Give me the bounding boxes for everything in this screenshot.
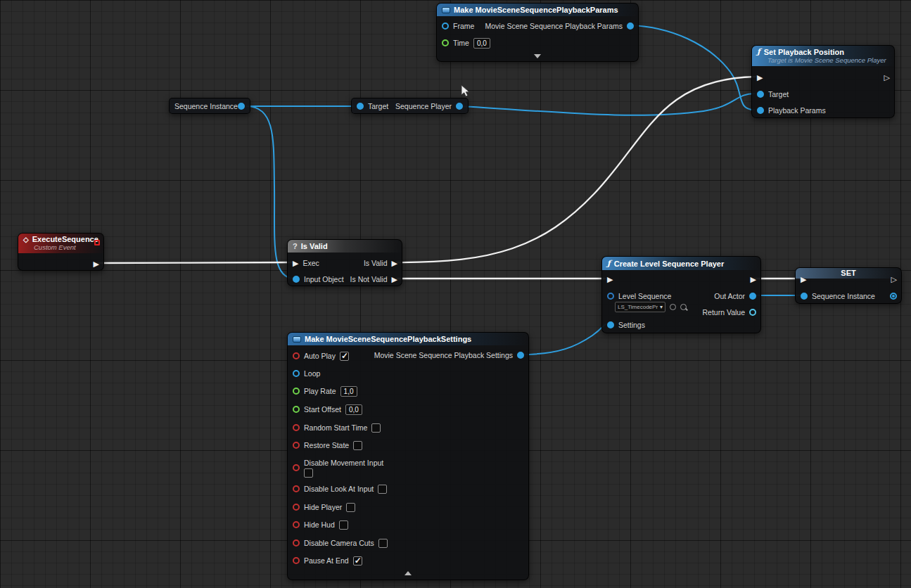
wire-exec-event-to-is-valid[interactable]: [97, 262, 293, 263]
pin-row: Movie Scene Sequence Playback Settings: [374, 350, 524, 361]
asset-dropdown[interactable]: LS_TimecodePr: [615, 302, 665, 312]
node-create-level-sequence-player[interactable]: Create Level Sequence Player Level Seque…: [601, 256, 761, 333]
wire-data-params-to-playback-params[interactable]: [630, 25, 754, 110]
pin-label: Sequence Player: [395, 102, 452, 110]
auto-play-checkbox[interactable]: [340, 352, 349, 361]
wire-data-sequence-player-to-target[interactable]: [459, 94, 754, 115]
exec-in-pin[interactable]: [801, 276, 806, 283]
pin-row: Movie Scene Sequence Playback Params: [485, 20, 634, 32]
node-set-playback-position[interactable]: Set Playback Position Target is Movie Sc…: [751, 45, 895, 118]
node-header[interactable]: Set Playback Position Target is Movie Sc…: [752, 46, 894, 66]
play-rate-input[interactable]: 1,0: [340, 386, 357, 397]
delegate-pin[interactable]: [94, 240, 100, 245]
hide-player-pin[interactable]: [293, 504, 300, 511]
is-not-valid-exec-pin[interactable]: [392, 276, 397, 283]
pin-row: Random Start Time: [293, 422, 381, 433]
level-sequence-pin[interactable]: [607, 293, 614, 300]
node-header[interactable]: Make MovieSceneSequencePlaybackSettings: [288, 333, 528, 345]
hide-hud-checkbox[interactable]: [339, 520, 348, 530]
sequence-instance-output-pin[interactable]: [238, 103, 245, 110]
pin-label: Hide Hud: [304, 520, 335, 529]
loop-pin[interactable]: [293, 370, 300, 377]
node-get-sequence-player[interactable]: Target Sequence Player: [351, 98, 469, 114]
auto-play-pin[interactable]: [293, 352, 300, 359]
disable-camera-cuts-checkbox[interactable]: [378, 539, 388, 548]
disable-look-at-input-checkbox[interactable]: [378, 485, 387, 494]
node-is-valid[interactable]: ? Is Valid Exec Is Valid Input Object Is…: [287, 239, 402, 286]
return-value-pin[interactable]: [749, 309, 756, 316]
exec-out-pin[interactable]: [94, 260, 99, 268]
exec-out-pin[interactable]: [751, 276, 756, 283]
pin-row: Playback Params: [757, 105, 826, 116]
node-title: ExecuteSequence: [32, 235, 98, 243]
node-make-playback-params[interactable]: Make MovieSceneSequencePlaybackParams Fr…: [436, 3, 639, 62]
pause-at-end-pin[interactable]: [293, 557, 300, 564]
collapse-chevron-icon[interactable]: [534, 54, 541, 58]
play-rate-pin[interactable]: [293, 388, 300, 395]
node-execute-sequence[interactable]: ExecuteSequence Custom Event: [18, 233, 104, 271]
params-output-pin[interactable]: [627, 23, 634, 30]
sequence-instance-pin[interactable]: [801, 293, 808, 300]
pin-row: Exec: [293, 257, 319, 269]
node-header[interactable]: Make MovieSceneSequencePlaybackParams: [437, 4, 638, 16]
hide-hud-pin[interactable]: [293, 521, 300, 528]
wire-data-settings-to-settings[interactable]: [521, 324, 606, 354]
collapse-chevron-icon[interactable]: [404, 571, 412, 575]
pin-label: Sequence Instance: [812, 292, 875, 300]
pin-label: Out Actor: [714, 292, 745, 300]
asset-picker-row: LS_TimecodePr: [615, 301, 687, 312]
node-header[interactable]: ? Is Valid: [288, 240, 402, 253]
start-offset-input[interactable]: 0,0: [345, 404, 362, 415]
browse-icon[interactable]: [680, 304, 687, 310]
time-pin[interactable]: [442, 39, 449, 46]
node-header[interactable]: Create Level Sequence Player: [602, 257, 760, 270]
node-title: Set Playback Position: [764, 48, 844, 56]
node-header[interactable]: ExecuteSequence Custom Event: [18, 234, 103, 253]
use-selected-icon[interactable]: [670, 304, 676, 310]
output-value-pin[interactable]: [890, 293, 897, 300]
node-get-sequence-instance[interactable]: Sequence Instance: [169, 98, 250, 114]
disable-look-at-input-pin[interactable]: [293, 485, 300, 492]
random-start-time-pin[interactable]: [293, 424, 300, 431]
exec-out-pin[interactable]: [891, 276, 897, 283]
disable-movement-input-pin[interactable]: [293, 464, 300, 471]
settings-output-pin[interactable]: [517, 352, 524, 359]
restore-state-checkbox[interactable]: [353, 441, 362, 450]
exec-in-pin[interactable]: [607, 276, 613, 283]
pin-row: Target: [757, 89, 789, 100]
start-offset-pin[interactable]: [293, 406, 300, 413]
node-set-sequence-instance[interactable]: SET Sequence Instance: [795, 267, 902, 304]
hide-player-checkbox[interactable]: [346, 503, 355, 512]
make-struct-icon: [293, 336, 301, 343]
target-pin[interactable]: [757, 91, 764, 98]
disable-camera-cuts-pin[interactable]: [293, 539, 300, 547]
input-object-pin[interactable]: [293, 276, 300, 283]
settings-pin[interactable]: [607, 321, 614, 328]
pin-label: Target: [368, 102, 388, 110]
node-header[interactable]: SET: [796, 268, 901, 279]
pause-at-end-checkbox[interactable]: [353, 556, 362, 565]
random-start-time-checkbox[interactable]: [371, 423, 381, 433]
target-pin[interactable]: [357, 103, 364, 110]
pin-label: Frame: [453, 22, 474, 30]
frame-pin[interactable]: [442, 23, 449, 30]
exec-in-pin[interactable]: [293, 260, 298, 267]
node-make-playback-settings[interactable]: Make MovieSceneSequencePlaybackSettings …: [287, 332, 529, 580]
pin-label: Loop: [304, 369, 320, 378]
asset-name: LS_TimecodePr: [618, 304, 658, 310]
exec-in-pin[interactable]: [757, 74, 763, 82]
restore-state-pin[interactable]: [293, 442, 300, 449]
is-valid-exec-pin[interactable]: [392, 260, 397, 267]
out-actor-pin[interactable]: [749, 293, 756, 300]
pin-label: Exec: [302, 259, 319, 267]
pin-row: Auto Play: [293, 350, 349, 362]
playback-params-pin[interactable]: [757, 107, 764, 114]
disable-movement-input-checkbox[interactable]: [304, 468, 313, 478]
time-value-input[interactable]: 0,0: [473, 38, 490, 49]
function-icon: [757, 47, 760, 56]
pin-row: Restore State: [293, 440, 362, 451]
pin-row: [94, 258, 99, 269]
exec-out-pin[interactable]: [884, 74, 890, 82]
pin-row: Disable Look At Input: [293, 483, 387, 494]
sequence-player-output-pin[interactable]: [456, 103, 463, 110]
